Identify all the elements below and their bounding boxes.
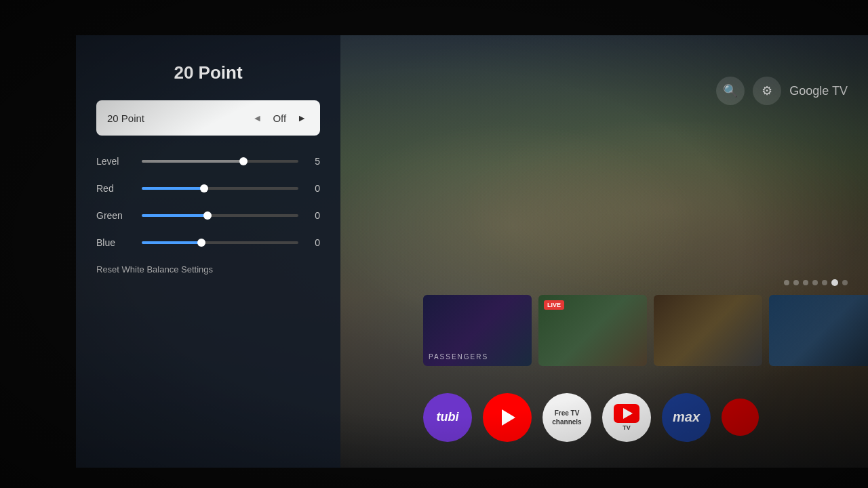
selected-control-label: 20 Point [107,113,144,124]
slider-red-track[interactable] [142,187,298,190]
youtube-play-icon [502,409,515,426]
youtubetv-play-icon [623,408,633,419]
slider-level-fill [142,160,243,163]
dot-4[interactable] [812,280,818,285]
apps-row: tubi Free TV channels TV max [416,388,868,446]
arrow-right-icon[interactable]: ► [294,110,309,126]
arrow-left-icon[interactable]: ◄ [250,110,265,126]
control-navigation: ◄ Off ► [250,110,309,126]
left-bezel [0,0,76,488]
slider-row-red: Red 0 [96,183,320,194]
slider-green-label: Green [96,210,134,221]
slider-blue-track[interactable] [142,241,298,244]
search-icon: 🔍 [723,83,738,98]
slider-level-thumb [239,157,248,165]
freetv-label: Free TV channels [542,409,591,426]
slider-row-green: Green 0 [96,210,320,221]
slider-red-fill [142,187,204,190]
youtubetv-logo [614,404,639,423]
top-bezel [0,0,868,35]
slider-red-thumb [200,184,208,192]
dot-3[interactable] [803,280,808,285]
slider-blue-fill [142,241,201,244]
slider-green-fill [142,214,208,217]
search-button[interactable]: 🔍 [716,77,745,105]
slider-level-track[interactable] [142,160,298,163]
tubi-label: tubi [437,410,459,424]
app-tubi[interactable]: tubi [423,393,472,442]
max-label: max [673,409,700,425]
bottom-bezel [0,468,868,488]
slider-row-level: Level 5 [96,156,320,167]
youtubetv-content: TV [614,404,639,431]
dot-6-active[interactable] [831,279,838,286]
slider-green-value: 0 [307,210,320,221]
dot-7[interactable] [842,280,848,285]
gear-icon: ⚙ [762,83,772,98]
app-freetv[interactable]: Free TV channels [542,393,591,442]
settings-panel: 20 Point 20 Point ◄ Off ► Level 5 Red [76,35,340,468]
slider-green-thumb [203,211,212,220]
app-max[interactable]: max [662,393,711,442]
slider-blue-label: Blue [96,237,134,248]
slider-blue-value: 0 [307,237,320,248]
thumb-1-title: PASSENGERS [429,353,488,361]
slider-row-blue: Blue 0 [96,237,320,248]
dot-1[interactable] [784,280,789,285]
tv-frame: 🔍 ⚙ Google TV PASSENGERS LIVE [0,0,868,488]
thumbnail-4[interactable] [769,295,868,366]
slider-blue-thumb [197,239,205,247]
slider-red-label: Red [96,183,134,194]
thumbnail-3[interactable] [654,295,762,366]
reset-white-balance-button[interactable]: Reset White Balance Settings [96,264,320,274]
carousel-dots [416,279,848,286]
dot-5[interactable] [822,280,827,285]
slider-level-value: 5 [307,156,320,167]
settings-button[interactable]: ⚙ [753,77,781,105]
control-value-off: Off [273,113,286,124]
app-youtubetv[interactable]: TV [602,393,651,442]
youtubetv-text: TV [623,424,631,431]
slider-level-label: Level [96,156,134,167]
thumbnails-row: PASSENGERS LIVE [416,295,868,369]
thumbnail-passengers[interactable]: PASSENGERS [423,295,532,366]
top-bar: 🔍 ⚙ Google TV [416,70,868,111]
panel-title: 20 Point [96,62,320,83]
dot-2[interactable] [793,280,799,285]
slider-red-value: 0 [307,183,320,194]
slider-green-track[interactable] [142,214,298,217]
brand-label: Google TV [789,84,848,98]
app-extra[interactable] [722,399,759,436]
live-badge: LIVE [544,300,564,310]
thumbnail-live[interactable]: LIVE [538,295,647,366]
selected-control-row[interactable]: 20 Point ◄ Off ► [96,100,320,136]
app-youtube[interactable] [483,393,532,442]
